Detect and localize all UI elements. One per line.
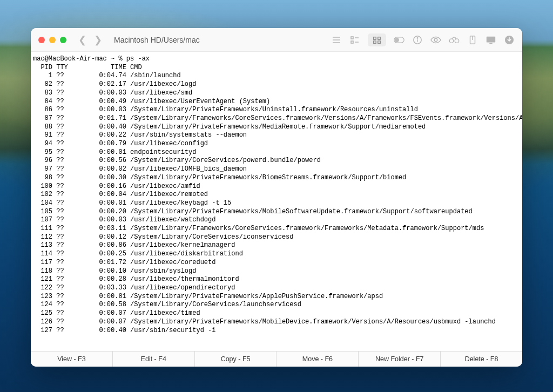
toggle-icon[interactable]: [394, 35, 404, 45]
list-view-icon[interactable]: [331, 35, 342, 45]
terminal-pane[interactable]: mac@MacBook-Air-mac ~ % ps -ax PID TTY T…: [31, 52, 522, 351]
forward-button[interactable]: ❯: [92, 34, 104, 46]
new-folder-button[interactable]: New Folder - F7: [359, 352, 441, 367]
svg-point-17: [449, 38, 454, 43]
monitor-icon[interactable]: [485, 35, 496, 45]
edit-button[interactable]: Edit - F4: [113, 352, 195, 367]
archive-icon[interactable]: [467, 35, 478, 45]
svg-rect-7: [374, 37, 376, 39]
info-icon[interactable]: [412, 35, 423, 45]
column-view-icon[interactable]: [349, 35, 360, 45]
download-icon[interactable]: [504, 35, 515, 45]
grid-view-icon[interactable]: [368, 33, 386, 46]
view-button[interactable]: View - F3: [31, 352, 113, 367]
terminal-output: mac@MacBook-Air-mac ~ % ps -ax PID TTY T…: [33, 55, 520, 335]
svg-point-18: [455, 38, 459, 43]
titlebar: ❮ ❯ Macintosh HD/Users/mac: [31, 28, 522, 52]
svg-point-12: [395, 38, 399, 42]
maximize-button[interactable]: [60, 37, 66, 43]
app-window: ❮ ❯ Macintosh HD/Users/mac mac@MacBook-A…: [31, 28, 522, 367]
svg-rect-4: [351, 41, 353, 43]
preview-icon[interactable]: [430, 35, 441, 45]
bottom-function-bar: View - F3 Edit - F4 Copy - F5 Move - F6 …: [31, 351, 522, 367]
svg-rect-10: [378, 40, 380, 43]
svg-point-16: [434, 38, 437, 41]
svg-rect-3: [351, 37, 353, 39]
svg-rect-9: [374, 40, 376, 43]
svg-rect-21: [487, 36, 495, 42]
copy-button[interactable]: Copy - F5: [195, 352, 277, 367]
back-button[interactable]: ❮: [76, 34, 89, 46]
svg-rect-8: [378, 37, 380, 39]
minimize-button[interactable]: [49, 37, 56, 43]
path-title: Macintosh HD/Users/mac: [114, 36, 200, 44]
svg-rect-22: [489, 43, 492, 44]
binoculars-icon[interactable]: [449, 35, 460, 45]
svg-point-15: [417, 37, 417, 38]
nav-arrows: ❮ ❯: [76, 34, 104, 46]
toolbar: [331, 33, 515, 46]
traffic-lights: [38, 37, 66, 43]
move-button[interactable]: Move - F6: [276, 352, 359, 367]
close-button[interactable]: [38, 37, 45, 43]
delete-button[interactable]: Delete - F8: [441, 352, 522, 367]
